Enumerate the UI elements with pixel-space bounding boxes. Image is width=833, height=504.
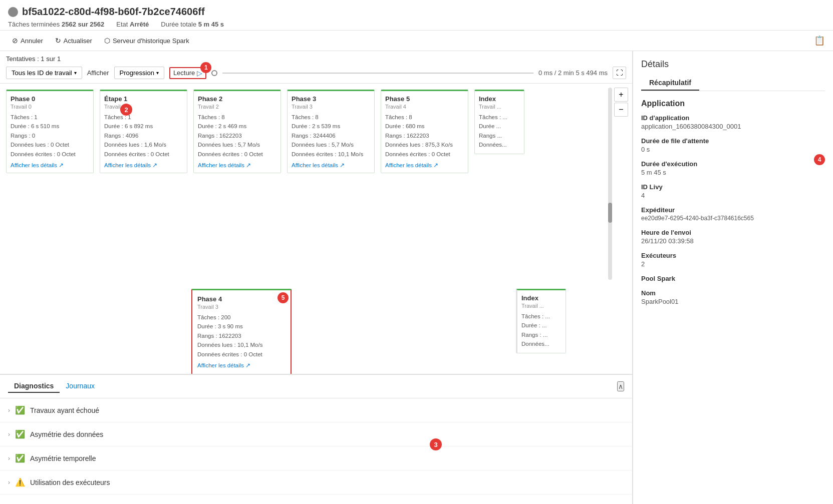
vertical-scrollbar[interactable] — [608, 88, 612, 280]
diag-item-3[interactable]: › ✅ Asymétrie temporelle — [0, 446, 632, 470]
stage-inner: Phase 0 Travail 0 Tâches : 1 Durée : 6 s… — [0, 84, 632, 374]
detail-pool: Pool Spark — [641, 275, 825, 282]
chevron-right-icon-4: › — [8, 479, 10, 486]
pool-label: Pool Spark — [641, 275, 825, 282]
header-title-row: bf5a1022-c80d-4f98-b60f-7b2ce74606ff — [8, 6, 825, 18]
detail-expediteur: Expéditeur ee20d9e7-6295-4240-ba3f-c3784… — [641, 206, 825, 222]
duree-label: Durée totale 5 m 45 s — [161, 21, 224, 28]
index2-wrapper: Index Travail ... Tâches : ... Durée : .… — [516, 289, 566, 353]
phase0-duree: Durée : 6 s 510 ms — [11, 122, 89, 131]
diag-label-2: Asymétrie des données — [30, 430, 103, 438]
phase0-subtitle: Travail 0 — [11, 104, 89, 110]
index2-title: Index — [521, 294, 562, 302]
chevron-right-icon-1: › — [8, 407, 10, 414]
ok-icon-2: ✅ — [15, 429, 25, 439]
stage-card-phase5: Phase 5 Travail 4 Tâches : 8 Durée : 680… — [381, 90, 468, 173]
etat-label: Etat Arrêté — [116, 21, 149, 28]
phase2-link[interactable]: Afficher les détails ↗ — [198, 162, 276, 169]
diag-item-4[interactable]: › ⚠️ Utilisation des exécuteurs — [0, 470, 632, 494]
scrollbar-thumb[interactable] — [608, 203, 612, 223]
serveur-button[interactable]: ⬡ Serveur d'historique Spark — [100, 35, 193, 47]
phase5-link[interactable]: Afficher les détails ↗ — [385, 162, 464, 169]
phase3-title: Phase 3 — [292, 95, 370, 103]
annotation-2: 2 — [120, 104, 132, 116]
tab-diagnostics[interactable]: Diagnostics — [8, 380, 60, 393]
phase4-dlues: Données lues : 10,1 Mo/s — [197, 340, 286, 349]
detail-nom: Nom SparkPool01 — [641, 289, 825, 305]
id-app-label: ID d'application — [641, 114, 825, 122]
timeline-circle[interactable] — [211, 70, 217, 76]
stage-card-index1: Index Travail ... Tâches : ... Durée ...… — [474, 90, 524, 154]
annuler-button[interactable]: ⊘ Annuler — [8, 35, 47, 47]
phase3-taches: Tâches : 8 — [292, 113, 370, 122]
right-panel: Détails Récapitulatif Application ID d'a… — [633, 51, 833, 504]
tentatives-label: Tentatives : 1 sur 1 — [6, 55, 626, 63]
index1-subtitle: Travail ... — [479, 104, 520, 110]
left-panel: Tentatives : 1 sur 1 Tous les ID de trav… — [0, 51, 633, 504]
actualiser-button[interactable]: ↻ Actualiser — [51, 35, 96, 47]
executeurs-value: 2 — [641, 260, 825, 268]
heure-value: 26/11/20 03:39:58 — [641, 237, 825, 245]
etape1-link[interactable]: Afficher les détails ↗ — [104, 162, 183, 169]
diag-item-1[interactable]: › ✅ Travaux ayant échoué — [0, 398, 632, 422]
id-livy-value: 4 — [641, 192, 825, 199]
id-app-value: application_1606380084300_0001 — [641, 123, 825, 130]
fullscreen-button[interactable]: ⛶ — [613, 67, 626, 79]
details-title: Détails — [641, 59, 825, 70]
external-link-icon: ⬡ — [104, 37, 110, 45]
duree-file-value: 0 s — [641, 146, 825, 153]
phase4-rangs: Rangs : 1622203 — [197, 331, 286, 340]
page-title: bf5a1022-c80d-4f98-b60f-7b2ce74606ff — [22, 6, 205, 18]
section-application-title: Application — [641, 99, 825, 108]
diag-label-4: Utilisation des exécuteurs — [30, 478, 110, 486]
cancel-icon: ⊘ — [12, 37, 18, 45]
phase2-duree: Durée : 2 s 469 ms — [198, 122, 276, 131]
phase4-taches: Tâches : 200 — [197, 313, 286, 322]
etape1-subtitle: Travail 1 — [104, 104, 183, 110]
right-edge-icon[interactable]: 📋 — [814, 36, 825, 46]
stage-row-2: Phase 4 Travail 3 5 Tâches : 200 Durée :… — [6, 284, 626, 374]
phase0-decrites: Données écrites : 0 Octet — [11, 150, 89, 159]
refresh-icon: ↻ — [55, 37, 61, 45]
afficher-dropdown[interactable]: Progression ▾ — [114, 67, 164, 79]
diag-item-2[interactable]: › ✅ Asymétrie des données — [0, 422, 632, 446]
zoom-in-button[interactable]: + — [614, 88, 628, 102]
etape1-decrites: Données écrites : 0 Octet — [104, 150, 183, 159]
stage-card-phase0: Phase 0 Travail 0 Tâches : 1 Durée : 6 s… — [6, 90, 94, 173]
badge-1: 1 — [200, 62, 211, 73]
phase5-rangs: Rangs : 1622203 — [385, 131, 464, 140]
id-livy-label: ID Livy — [641, 183, 825, 191]
tab-journaux[interactable]: Journaux — [60, 380, 101, 393]
phase4-title: Phase 4 — [197, 295, 222, 303]
tab-recapitulatif[interactable]: Récapitulatif — [641, 76, 699, 91]
badge-5: 5 — [277, 292, 289, 303]
stage-card-phase2: Phase 2 Travail 2 Tâches : 8 Durée : 2 s… — [193, 90, 281, 173]
etape1-rangs: Rangs : 4096 — [104, 131, 183, 140]
header-meta: Tâches terminées 2562 sur 2562 Etat Arrê… — [8, 21, 825, 28]
fullscreen-icon: ⛶ — [616, 69, 623, 77]
chevron-right-icon-2: › — [8, 431, 10, 438]
detail-executeurs: Exécuteurs 2 — [641, 252, 825, 268]
travail-dropdown[interactable]: Tous les ID de travail ▾ — [6, 67, 82, 79]
collapse-button[interactable]: ∧ — [617, 381, 624, 391]
phase2-subtitle: Travail 2 — [198, 104, 276, 110]
phase4-wrapper: Phase 4 Travail 3 5 Tâches : 200 Durée :… — [191, 289, 292, 374]
controls-bar: Tentatives : 1 sur 1 Tous les ID de trav… — [0, 51, 632, 84]
phase0-link[interactable]: Afficher les détails ↗ — [11, 162, 89, 169]
executeurs-label: Exécuteurs — [641, 252, 825, 259]
zoom-out-button[interactable]: − — [614, 103, 628, 117]
stage-outer: 2 Phase 0 Travail 0 Tâches : 1 Durée : 6… — [0, 84, 632, 374]
ok-icon-1: ✅ — [15, 405, 25, 415]
index1-title: Index — [479, 95, 520, 103]
detail-duree-exec: Durée d'exécution 5 m 45 s — [641, 160, 825, 176]
phase3-link[interactable]: Afficher les détails ↗ — [292, 162, 370, 169]
chevron-down-icon-2: ▾ — [156, 70, 159, 76]
phase2-dlues: Données lues : 5,7 Mo/s — [198, 140, 276, 149]
phase2-taches: Tâches : 8 — [198, 113, 276, 122]
index1-duree: Durée ... — [479, 122, 520, 131]
phase4-link[interactable]: Afficher les détails ↗ — [197, 362, 286, 369]
toolbar: ⊘ Annuler ↻ Actualiser ⬡ Serveur d'histo… — [0, 31, 833, 51]
taches-label: Tâches terminées 2562 sur 2562 — [8, 21, 104, 28]
annotation-3: 3 — [430, 438, 442, 450]
index2-donnees: Données... — [521, 339, 562, 348]
